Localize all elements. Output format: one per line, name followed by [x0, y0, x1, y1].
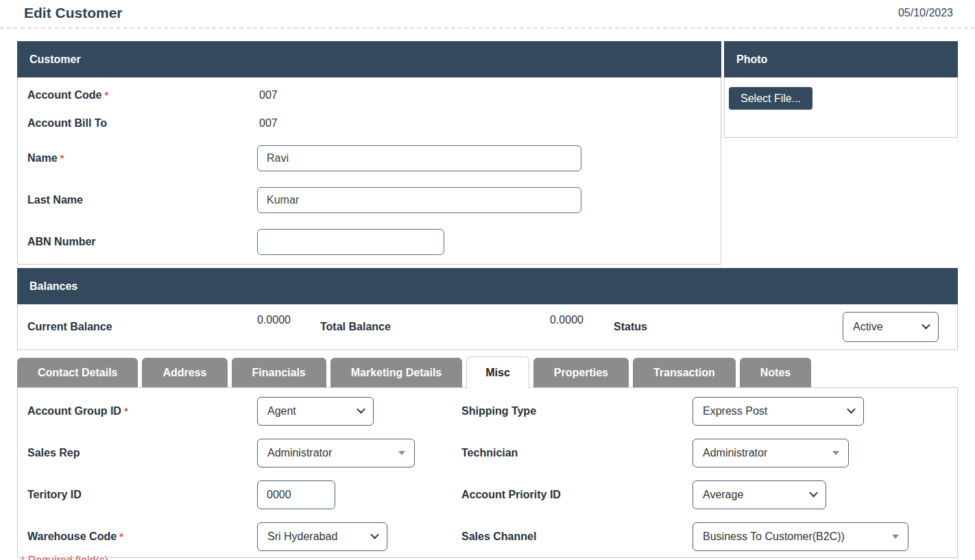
- last-name-row: Last Name: [27, 187, 711, 213]
- tab-misc[interactable]: Misc: [466, 356, 529, 389]
- abn-number-input[interactable]: [257, 229, 444, 255]
- account-bill-to-row: Account Bill To 007: [27, 117, 711, 130]
- customer-panel: Customer Account Code* 007 Account Bill …: [17, 41, 721, 265]
- balances-panel-header: Balances: [17, 268, 958, 304]
- tab-contact-details[interactable]: Contact Details: [17, 358, 138, 387]
- status-select-value: Active: [853, 321, 883, 333]
- select-file-button[interactable]: Select File...: [729, 87, 812, 110]
- account-code-label: Account Code*: [27, 89, 257, 101]
- account-bill-to-value: 007: [257, 117, 278, 130]
- status-select[interactable]: Active: [843, 312, 939, 342]
- account-group-id-label: Account Group ID*: [27, 405, 257, 417]
- shipping-type-label: Shipping Type: [461, 405, 693, 417]
- tab-marketing-details[interactable]: Marketing Details: [330, 358, 462, 387]
- sales-channel-label: Sales Channel: [461, 531, 693, 543]
- technician-value: Administrator: [703, 447, 767, 459]
- shipping-type-select[interactable]: Express Post: [693, 397, 864, 426]
- tab-financials[interactable]: Financials: [232, 358, 326, 387]
- status-label: Status: [614, 321, 843, 333]
- chevron-down-icon: [809, 489, 818, 498]
- customer-panel-title: Customer: [29, 53, 81, 66]
- required-asterisk: *: [119, 531, 123, 542]
- account-group-id-select[interactable]: Agent: [257, 397, 374, 426]
- abn-number-label: ABN Number: [27, 236, 257, 248]
- sales-rep-combobox[interactable]: Administrator: [257, 439, 415, 467]
- tab-bar: Contact Details Address Financials Marke…: [17, 356, 958, 387]
- balances-panel-title: Balances: [29, 280, 77, 293]
- total-balance-value: 0.0000: [550, 314, 614, 326]
- account-bill-to-label: Account Bill To: [27, 117, 257, 130]
- photo-panel-title: Photo: [736, 53, 767, 66]
- warehouse-code-value: Sri Hyderabad: [267, 531, 337, 543]
- top-bar: Edit Customer 05/10/2023: [0, 0, 975, 21]
- divider: [0, 27, 975, 29]
- sales-channel-combobox[interactable]: Business To Customer(B2C)): [693, 522, 908, 551]
- photo-panel: Photo Select File...: [724, 41, 958, 265]
- current-balance-label: Current Balance: [27, 321, 257, 333]
- current-balance-value: 0.0000: [257, 314, 320, 326]
- required-asterisk: *: [124, 405, 128, 417]
- chevron-down-icon: [922, 321, 930, 330]
- chevron-down-icon: [370, 531, 379, 539]
- customer-panel-header: Customer: [17, 41, 721, 77]
- triangle-down-icon: [832, 451, 839, 455]
- account-code-value: 007: [257, 89, 278, 101]
- tab-transaction[interactable]: Transaction: [633, 358, 736, 387]
- account-priority-id-label: Account Priority ID: [461, 489, 693, 501]
- tab-address[interactable]: Address: [142, 358, 227, 387]
- triangle-down-icon: [892, 535, 899, 539]
- chevron-down-icon: [847, 405, 856, 414]
- account-group-id-value: Agent: [267, 405, 296, 417]
- account-priority-id-value: Average: [703, 489, 743, 501]
- last-name-input[interactable]: [257, 187, 581, 213]
- tab-properties[interactable]: Properties: [533, 358, 629, 387]
- required-asterisk: *: [104, 89, 108, 101]
- name-input[interactable]: [257, 145, 581, 171]
- required-asterisk: *: [60, 152, 64, 164]
- shipping-type-value: Express Post: [703, 405, 767, 417]
- teritory-id-input[interactable]: [257, 480, 335, 509]
- photo-panel-header: Photo: [724, 41, 958, 77]
- name-label: Name*: [27, 152, 257, 165]
- balances-panel: Balances Current Balance 0.0000 Total Ba…: [17, 268, 958, 350]
- teritory-id-label: Teritory ID: [27, 489, 257, 501]
- technician-combobox[interactable]: Administrator: [693, 439, 849, 467]
- photo-box: Select File...: [724, 77, 958, 138]
- sales-channel-value: Business To Customer(B2C)): [703, 531, 845, 543]
- name-row: Name*: [27, 145, 711, 171]
- warehouse-code-label: Warehouse Code*: [27, 531, 257, 543]
- warehouse-code-select[interactable]: Sri Hyderabad: [257, 522, 387, 551]
- sales-rep-label: Sales Rep: [27, 447, 257, 459]
- chevron-down-icon: [357, 405, 365, 414]
- tab-notes[interactable]: Notes: [740, 358, 811, 387]
- abn-number-row: ABN Number: [27, 229, 711, 255]
- page-title: Edit Customer: [24, 5, 123, 21]
- sales-rep-value: Administrator: [267, 447, 332, 459]
- technician-label: Technician: [461, 447, 693, 459]
- account-code-row: Account Code* 007: [27, 89, 711, 101]
- misc-tab-content: Account Group ID* Agent Shipping Type Ex…: [17, 387, 958, 558]
- page-date: 05/10/2023: [898, 5, 953, 19]
- total-balance-label: Total Balance: [320, 321, 550, 333]
- last-name-label: Last Name: [27, 194, 257, 206]
- triangle-down-icon: [398, 451, 405, 455]
- account-priority-id-select[interactable]: Average: [693, 480, 826, 509]
